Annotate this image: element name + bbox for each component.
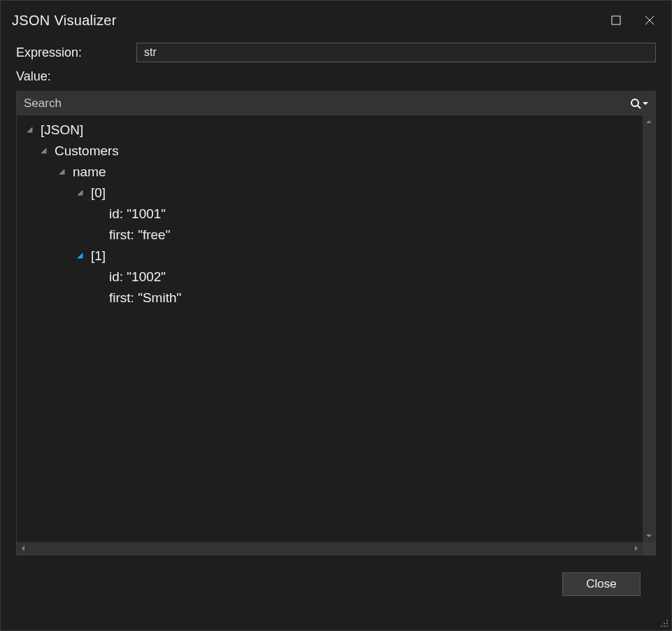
svg-rect-9	[664, 625, 665, 627]
tree-view[interactable]: [JSON] Customers name	[17, 115, 643, 542]
tree-node-label: first: "free"	[109, 225, 170, 246]
tree-node-item-0[interactable]: [0]	[20, 183, 640, 204]
svg-rect-8	[661, 625, 662, 627]
tree-leaf[interactable]: first: "free"	[20, 225, 640, 246]
tree-leaf[interactable]: id: "1001"	[20, 204, 640, 225]
tree-node-label: [0]	[91, 183, 106, 204]
close-button[interactable]: Close	[562, 572, 641, 596]
tree-node-label: id: "1001"	[109, 204, 166, 225]
svg-rect-5	[666, 620, 668, 621]
scroll-down-icon[interactable]	[643, 530, 655, 542]
svg-rect-7	[666, 623, 668, 624]
scroll-up-icon[interactable]	[643, 115, 655, 128]
scroll-left-icon[interactable]	[17, 542, 29, 555]
value-label: Value:	[16, 69, 656, 84]
expander-icon[interactable]	[76, 251, 85, 261]
chevron-down-icon	[643, 101, 648, 106]
svg-rect-10	[666, 625, 668, 627]
svg-rect-6	[664, 623, 665, 624]
tree-node-label: [JSON]	[41, 120, 83, 141]
maximize-icon	[611, 15, 621, 25]
scrollbar-corner	[643, 542, 655, 555]
window-title: JSON Visualizer	[12, 13, 117, 29]
expression-label: Expression:	[16, 45, 128, 60]
search-input[interactable]	[24, 97, 627, 111]
expression-input[interactable]	[136, 43, 656, 62]
tree-node-label: Customers	[55, 141, 119, 162]
tree-leaf[interactable]: id: "1002"	[20, 267, 640, 288]
svg-line-4	[638, 106, 641, 108]
maximize-button[interactable]	[600, 9, 632, 31]
tree-leaf[interactable]: first: "Smith"	[20, 288, 640, 309]
tree-node-label: id: "1002"	[109, 267, 166, 288]
close-button-label: Close	[586, 577, 616, 591]
expander-icon[interactable]	[25, 125, 35, 135]
tree-node-label: first: "Smith"	[109, 288, 181, 309]
svg-point-3	[631, 99, 638, 106]
vertical-scrollbar[interactable]	[643, 115, 655, 542]
search-bar	[17, 92, 655, 115]
tree-node-root[interactable]: [JSON]	[20, 120, 640, 141]
tree-node-name[interactable]: name	[20, 162, 640, 183]
close-icon	[645, 15, 655, 25]
tree-node-customers[interactable]: Customers	[20, 141, 640, 162]
search-button[interactable]	[627, 98, 651, 109]
tree-node-item-1[interactable]: [1]	[20, 246, 640, 267]
value-panel: [JSON] Customers name	[16, 91, 656, 555]
scroll-right-icon[interactable]	[630, 542, 643, 555]
close-window-button[interactable]	[634, 9, 666, 31]
horizontal-scrollbar[interactable]	[17, 542, 643, 555]
expander-icon[interactable]	[76, 188, 85, 198]
search-icon	[630, 98, 641, 109]
tree-node-label: name	[73, 162, 106, 183]
expander-icon[interactable]	[39, 146, 49, 156]
titlebar: JSON Visualizer	[1, 1, 671, 40]
expander-icon[interactable]	[57, 167, 67, 177]
tree-node-label: [1]	[91, 246, 106, 267]
resize-grip-icon[interactable]	[658, 617, 669, 628]
svg-rect-0	[612, 16, 620, 24]
